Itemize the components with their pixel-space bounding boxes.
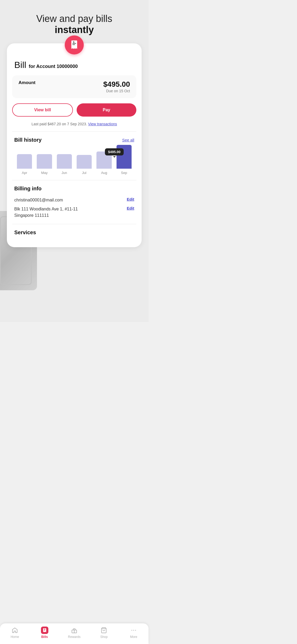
bar-label: Jul bbox=[82, 171, 86, 175]
edit-email-link[interactable]: Edit bbox=[127, 197, 134, 201]
bill-card: $ Bill for Account 10000000 Amount $495.… bbox=[7, 43, 142, 247]
bar-label: Sep bbox=[121, 171, 127, 175]
bill-history-chart: $495.00 AprMayJunJulAugSep bbox=[14, 148, 134, 175]
address-line1: Blk 111 Woodlands Ave 1, #11-11 bbox=[14, 206, 78, 212]
bill-history-title: Bill history bbox=[14, 137, 41, 143]
pay-button[interactable]: Pay bbox=[77, 103, 136, 117]
address-row: Blk 111 Woodlands Ave 1, #11-11 Singapor… bbox=[14, 206, 134, 219]
bar-label: Jun bbox=[62, 171, 67, 175]
email-row: christina00001@mail.com Edit bbox=[14, 197, 134, 203]
services-section: Services bbox=[7, 224, 142, 236]
bill-word: Bill bbox=[14, 60, 26, 70]
bill-account: for Account 10000000 bbox=[29, 64, 78, 69]
edit-address-link[interactable]: Edit bbox=[127, 206, 134, 210]
services-header: Services bbox=[14, 229, 134, 236]
see-all-link[interactable]: See all bbox=[122, 138, 134, 142]
svg-text:$: $ bbox=[73, 41, 74, 43]
last-paid-row: Last paid $467.20 on 7 Sep 2023. View tr… bbox=[7, 122, 142, 126]
last-paid-text: Last paid $467.20 on 7 Sep 2023. bbox=[31, 122, 87, 126]
services-title: Services bbox=[14, 229, 36, 236]
billing-email: christina00001@mail.com bbox=[14, 197, 63, 203]
bar-label: May bbox=[41, 171, 48, 175]
bar[interactable] bbox=[77, 155, 92, 169]
amount-label: Amount bbox=[18, 80, 35, 85]
receipt-icon-circle: $ bbox=[65, 35, 84, 54]
bar[interactable] bbox=[17, 154, 32, 169]
amount-box: Amount $495.00 Due on 15 Oct bbox=[12, 75, 136, 98]
bar-item: Jun bbox=[57, 154, 72, 175]
bill-history-header: Bill history See all bbox=[14, 137, 134, 143]
billing-info-header: Billing info bbox=[14, 186, 134, 192]
amount-due-date: Due on 15 Oct bbox=[106, 89, 130, 93]
bill-history-section: Bill history See all $495.00 AprMayJunJu… bbox=[7, 132, 142, 175]
bar-item: May bbox=[37, 154, 52, 175]
amount-value-wrapper: $495.00 Due on 15 Oct bbox=[103, 80, 130, 93]
chart-tooltip: $495.00 bbox=[105, 148, 124, 155]
receipt-icon-wrapper: $ bbox=[7, 35, 142, 54]
billing-info-title: Billing info bbox=[14, 186, 41, 192]
address-line2: Singapore 111111 bbox=[14, 212, 78, 219]
bar-item: Apr bbox=[17, 154, 32, 175]
page-wrapper: View and pay bills instantly $ Bill for … bbox=[0, 0, 148, 322]
receipt-icon: $ bbox=[69, 40, 79, 50]
amount-value: $495.00 bbox=[103, 80, 130, 89]
bar[interactable] bbox=[57, 154, 72, 169]
billing-info-section: Billing info christina00001@mail.com Edi… bbox=[7, 180, 142, 219]
action-buttons: View bill Pay bbox=[7, 103, 142, 117]
header-line2: instantly bbox=[36, 24, 112, 35]
bill-title-text: Bill for Account 10000000 bbox=[14, 60, 134, 70]
bar-label: Apr bbox=[22, 171, 27, 175]
bar-label: Aug bbox=[101, 171, 107, 175]
header-line1: View and pay bills bbox=[36, 13, 112, 24]
bar-item: Jul bbox=[77, 155, 92, 175]
view-bill-button[interactable]: View bill bbox=[12, 103, 73, 117]
address-block: Blk 111 Woodlands Ave 1, #11-11 Singapor… bbox=[14, 206, 78, 219]
view-transactions-link[interactable]: View transactions bbox=[88, 122, 117, 126]
bar[interactable] bbox=[37, 154, 52, 169]
bill-title-section: Bill for Account 10000000 bbox=[7, 60, 142, 70]
